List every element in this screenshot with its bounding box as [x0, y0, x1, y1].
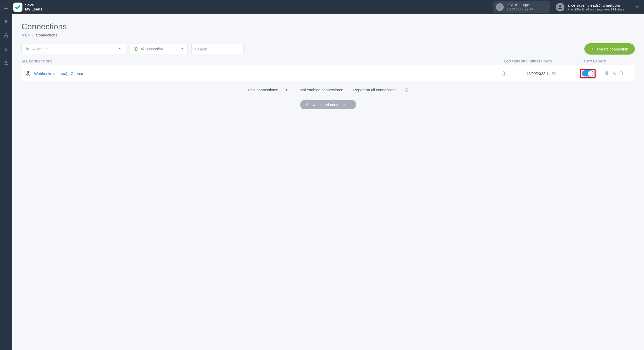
avatar-icon: [556, 3, 564, 11]
table-header: ALL CONNECTIONS LOG / ERRORS UPDATE DATE…: [21, 60, 635, 63]
chevron-down-icon: [180, 47, 184, 51]
show-deleted-button[interactable]: Show deleted connections: [300, 100, 356, 109]
brand-logo[interactable]: Save My Leads.: [13, 3, 44, 12]
document-icon: [405, 88, 409, 92]
account-text: alice.savemyleads@gmail.com Plan |Start|…: [567, 3, 624, 11]
svg-point-5: [5, 61, 7, 63]
user-icon: [4, 60, 9, 66]
svg-rect-3: [7, 36, 8, 37]
logo-mark-icon: [13, 3, 22, 12]
folder-icon: [25, 47, 30, 51]
chevron-down-icon: [118, 47, 122, 51]
hierarchy-icon: [4, 33, 9, 38]
brand-text: Save My Leads.: [25, 3, 44, 11]
usage-panel[interactable]: i LEADS usage: 18 of 2'000 (1%): [494, 1, 550, 13]
row-actions: [605, 71, 624, 76]
svg-rect-11: [606, 72, 608, 75]
connection-status-label: All connection: [141, 47, 163, 51]
svg-rect-2: [4, 36, 5, 37]
svg-rect-1: [6, 33, 7, 34]
nav-connections[interactable]: [0, 32, 12, 39]
play-circle-icon: [133, 47, 138, 51]
summary-line: Total connections: 1 Total enabled conne…: [21, 88, 635, 93]
hamburger-icon: [3, 4, 9, 10]
breadcrumb-main-link[interactable]: Main: [21, 33, 30, 37]
nav-profile[interactable]: [0, 59, 12, 67]
settings-button[interactable]: [612, 71, 616, 76]
auto-update-toggle[interactable]: [582, 70, 594, 76]
breadcrumb: Main / Connections: [21, 33, 635, 37]
col-header-log: LOG / ERRORS: [504, 60, 530, 63]
dollar-icon: $: [4, 47, 9, 52]
breadcrumb-current: Connections: [36, 33, 57, 37]
search-input[interactable]: [191, 44, 244, 54]
create-connection-label: Create connection: [597, 47, 628, 51]
svg-text:$: $: [5, 47, 7, 52]
update-date: 12/09/2022 14:52: [526, 71, 580, 76]
delete-button[interactable]: [619, 71, 624, 76]
connection-row: Webhooks (source) - Copper 12/09/2022 14…: [21, 65, 635, 82]
connection-status-select[interactable]: All connection: [130, 44, 188, 54]
svg-point-13: [614, 72, 615, 74]
webhook-icon: [26, 71, 31, 76]
page-title: Connections: [21, 22, 635, 31]
sidebar: $: [0, 14, 12, 350]
col-header-date: UPDATE DATE: [530, 60, 583, 63]
trash-icon: [619, 71, 624, 75]
col-header-auto: AUTO UPDATE: [583, 60, 634, 63]
home-icon: [4, 19, 9, 24]
top-bar: Save My Leads. i LEADS usage: 18 of 2'00…: [0, 0, 644, 14]
col-header-name: ALL CONNECTIONS: [22, 60, 504, 63]
report-button[interactable]: [405, 88, 409, 93]
gear-icon: [612, 71, 616, 75]
menu-toggle-button[interactable]: [0, 0, 12, 14]
usage-text: LEADS usage: 18 of 2'000 (1%): [507, 3, 533, 12]
nav-home[interactable]: [0, 18, 12, 25]
highlight-annotation: [580, 69, 596, 78]
svg-point-0: [559, 5, 561, 7]
connection-name-link[interactable]: Webhooks (source) - Copper: [34, 71, 501, 76]
groups-select[interactable]: All groups: [21, 44, 126, 54]
svg-marker-7: [135, 48, 137, 50]
copy-button[interactable]: [605, 71, 609, 76]
document-icon: [501, 71, 506, 76]
info-icon: i: [496, 3, 504, 11]
nav-billing[interactable]: $: [0, 45, 12, 53]
filter-bar: All groups All connection Create connect…: [21, 43, 635, 55]
create-connection-button[interactable]: Create connection: [584, 43, 635, 55]
account-menu[interactable]: alice.savemyleads@gmail.com Plan |Start|…: [556, 3, 639, 11]
svg-point-10: [28, 71, 29, 73]
main-content: Connections Main / Connections All group…: [12, 14, 644, 350]
log-button[interactable]: [501, 71, 526, 76]
account-chevron-icon[interactable]: [627, 5, 639, 10]
plus-icon: [591, 47, 595, 51]
groups-select-label: All groups: [32, 47, 48, 51]
copy-icon: [605, 71, 609, 75]
